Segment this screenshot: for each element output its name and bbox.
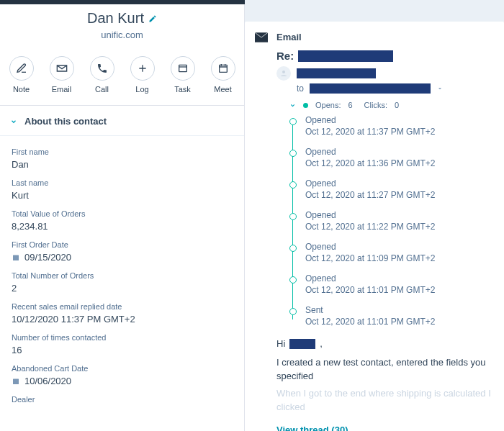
task-icon [177,63,189,74]
timeline-event: OpenedOct 12, 2020 at 11:36 PM GMT+2 [289,147,504,168]
timeline-event: OpenedOct 12, 2020 at 11:22 PM GMT+2 [289,210,504,232]
contact-actions: Note Email Call Log Task Meet [0,47,244,106]
email-subject: Re: [276,50,504,62]
email-to-line-2: to [297,83,504,94]
prop-recent-sales-email-replied[interactable]: Recent sales email replied date 10/12/20… [12,302,233,325]
redacted-from [297,68,376,78]
prop-total-number-orders[interactable]: Total Number of Orders 2 [12,271,233,294]
redacted-subject [298,50,393,62]
log-button[interactable]: Log [130,56,155,94]
email-card: Email Re: to Opens: 6 Clicks: [245,22,504,431]
avatar [276,66,291,81]
svg-rect-0 [179,65,186,71]
calendar-icon [12,377,20,386]
contact-name[interactable]: Dan Kurt [87,10,157,27]
envelope-icon [56,63,68,74]
chevron-down-icon [10,118,17,125]
svg-rect-3 [13,378,19,384]
prop-number-times-contacted[interactable]: Number of times contacted 16 [12,333,233,355]
prop-first-order-date[interactable]: First Order Date 09/15/2020 [12,240,233,263]
prop-dealer[interactable]: Dealer [12,395,233,404]
prop-first-name[interactable]: First name Dan [12,148,233,170]
chevron-down-icon[interactable] [436,85,444,92]
timeline-event: SentOct 12, 2020 at 11:01 PM GMT+2 [289,305,504,327]
prop-abandoned-cart-date[interactable]: Abandoned Cart Date 10/06/2020 [12,364,233,386]
about-section-header[interactable]: About this contact [0,106,244,136]
calendar-icon [12,253,20,262]
meet-button[interactable]: Meet [211,56,235,94]
chevron-down-icon [289,102,296,109]
redacted-name [289,339,315,349]
activity-pane: Email Re: to Opens: 6 Clicks: [245,0,504,431]
email-title: Email [276,32,302,42]
phone-icon [96,63,108,74]
contact-domain[interactable]: unific.com [0,30,244,40]
note-icon [16,63,27,74]
view-thread-link[interactable]: View thread (30) [276,425,504,432]
svg-rect-1 [219,65,227,72]
redacted-to [310,83,431,94]
timeline-event: OpenedOct 12, 2020 at 11:01 PM GMT+2 [289,273,504,295]
prop-last-name[interactable]: Last name Kurt [12,178,233,201]
timeline-event: OpenedOct 12, 2020 at 11:27 PM GMT+2 [289,178,504,200]
timeline-event: OpenedOct 12, 2020 at 11:09 PM GMT+2 [289,242,504,263]
contact-sidebar: Dan Kurt unific.com Note Email Call Log [0,0,245,431]
tracking-timeline: OpenedOct 12, 2020 at 11:37 PM GMT+2 Ope… [289,115,504,327]
svg-rect-2 [13,255,19,260]
property-list: First name Dan Last name Kurt Total Valu… [0,136,244,418]
email-body: Hi , I created a new test contact, enter… [276,337,504,414]
contact-name-text: Dan Kurt [87,10,144,27]
task-button[interactable]: Task [171,56,195,94]
call-button[interactable]: Call [90,56,114,94]
edit-icon[interactable] [148,14,157,23]
status-dot-icon [303,103,308,108]
email-tracking-summary[interactable]: Opens: 6 Clicks: 0 [289,101,504,109]
envelope-icon [255,32,268,42]
timeline-event: OpenedOct 12, 2020 at 11:37 PM GMT+2 [289,115,504,137]
plus-icon [137,63,148,74]
email-button[interactable]: Email [50,56,74,94]
note-button[interactable]: Note [9,56,34,94]
prop-total-value-orders[interactable]: Total Value of Orders 8,234.81 [12,209,233,232]
email-to-line [276,66,504,81]
calendar-icon [217,63,229,74]
svg-point-4 [282,71,285,73]
